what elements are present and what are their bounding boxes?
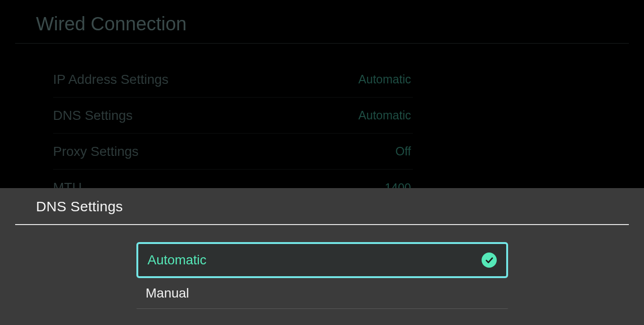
row-label: DNS Settings (53, 108, 133, 123)
settings-row-dns[interactable]: DNS Settings Automatic (53, 98, 413, 134)
row-label: Proxy Settings (53, 144, 139, 159)
dns-options-list: Automatic Manual (136, 242, 508, 309)
dns-option-manual[interactable]: Manual (136, 278, 508, 309)
check-icon (482, 253, 497, 268)
dialog-title: DNS Settings (15, 188, 629, 225)
row-value: Automatic (358, 72, 411, 86)
row-value: Automatic (358, 108, 411, 122)
settings-row-ip-address[interactable]: IP Address Settings Automatic (53, 62, 413, 98)
option-label: Automatic (148, 253, 207, 268)
settings-list: IP Address Settings Automatic DNS Settin… (53, 62, 413, 206)
wired-connection-page: Wired Connection IP Address Settings Aut… (0, 0, 644, 206)
dns-option-automatic[interactable]: Automatic (136, 242, 508, 278)
settings-row-proxy[interactable]: Proxy Settings Off (53, 134, 413, 170)
dns-settings-dialog: DNS Settings Automatic Manual (0, 188, 644, 325)
option-label: Manual (146, 286, 189, 301)
row-value: Off (395, 144, 411, 158)
page-title: Wired Connection (15, 0, 629, 44)
row-label: IP Address Settings (53, 72, 169, 87)
